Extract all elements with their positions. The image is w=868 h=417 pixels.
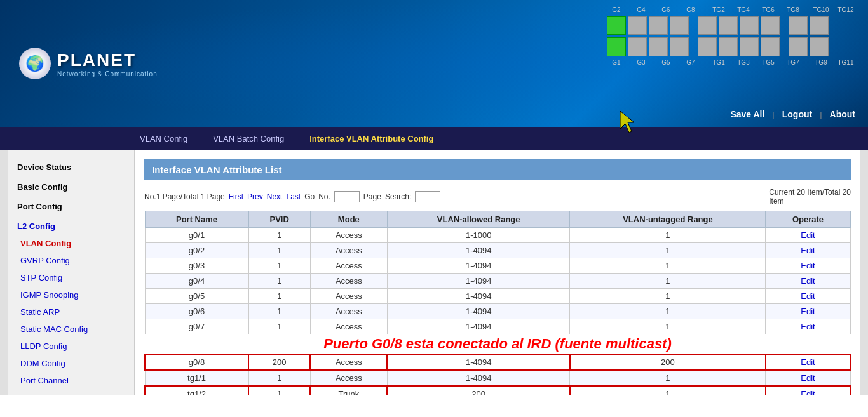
sidebar-item-port-channel[interactable]: Port Channel xyxy=(8,372,134,389)
port-TG10[interactable] xyxy=(789,16,808,35)
cell-port-name: tg1/1 xyxy=(145,370,248,386)
cell-pvid: 1 xyxy=(248,289,310,304)
sidebar-item-static-arp[interactable]: Static ARP xyxy=(8,303,134,321)
sidebar-item-stp-config[interactable]: STP Config xyxy=(8,269,134,286)
sidebar-item-port-config[interactable]: Port Config xyxy=(8,195,134,215)
cell-vlan-allowed: 1-4094 xyxy=(387,319,570,334)
search-input[interactable] xyxy=(415,191,440,202)
port-TG3[interactable] xyxy=(719,37,738,56)
cell-operate: Edit xyxy=(766,319,850,334)
col-mode: Mode xyxy=(310,211,387,228)
cell-operate: Edit xyxy=(766,386,850,395)
next-page-link[interactable]: Next xyxy=(267,192,283,201)
port-G4[interactable] xyxy=(628,16,647,35)
page-number-input[interactable] xyxy=(334,191,360,202)
cell-vlan-allowed: 1-4094 xyxy=(387,243,570,258)
col-vlan-untagged: VLAN-untagged Range xyxy=(570,211,766,228)
annotation-ird-text: Puerto G0/8 esta conectado al IRD (fuent… xyxy=(323,336,672,352)
edit-link[interactable]: Edit xyxy=(801,246,815,255)
port-TG8[interactable] xyxy=(761,16,780,35)
last-page-link[interactable]: Last xyxy=(286,192,301,201)
port-G6[interactable] xyxy=(649,16,668,35)
edit-link[interactable]: Edit xyxy=(801,389,815,395)
port-G2[interactable] xyxy=(607,16,626,35)
port-TG4[interactable] xyxy=(719,16,738,35)
edit-link[interactable]: Edit xyxy=(801,261,815,270)
port-TG12[interactable] xyxy=(810,16,829,35)
sidebar-scrollbar-left[interactable] xyxy=(0,150,8,395)
cell-pvid: 200 xyxy=(248,354,310,370)
cell-port-name: tg1/2 xyxy=(145,386,248,395)
port-G7[interactable] xyxy=(670,37,689,56)
table-row: g0/11Access1-10001Edit xyxy=(145,228,850,243)
edit-link[interactable]: Edit xyxy=(801,373,815,383)
cell-pvid: 1 xyxy=(248,304,310,319)
nav-interface-vlan-attribute-config[interactable]: Interface VLAN Attribute Config xyxy=(297,129,446,149)
sidebar-item-vlan-config[interactable]: VLAN Config xyxy=(8,235,134,252)
port-TG1[interactable] xyxy=(698,37,717,56)
cell-pvid: 1 xyxy=(248,386,310,395)
logo-icon: 🌍 xyxy=(19,48,51,79)
col-operate: Operate xyxy=(766,211,850,228)
edit-link[interactable]: Edit xyxy=(801,322,815,331)
port-TG7[interactable] xyxy=(761,37,780,56)
first-page-link[interactable]: First xyxy=(229,192,243,201)
sidebar-item-ddm-config[interactable]: DDM Config xyxy=(8,355,134,372)
page-label: Page xyxy=(363,192,381,201)
port-bottom-labels: G1 G3 G5 G7 TG1 TG3 TG5 TG7 TG9 TG11 xyxy=(607,59,855,66)
cell-vlan-allowed: 200 xyxy=(387,386,570,395)
go-label: Go xyxy=(304,192,315,201)
sidebar-item-igmp-snooping[interactable]: IGMP Snooping xyxy=(8,286,134,303)
table-row: g0/31Access1-40941Edit xyxy=(145,258,850,274)
prev-page-link[interactable]: Prev xyxy=(247,192,263,201)
port-TG6[interactable] xyxy=(740,16,759,35)
section-title: Interface VLAN Attribute List xyxy=(144,159,851,180)
port-G8[interactable] xyxy=(670,16,689,35)
cell-vlan-allowed: 1-4094 xyxy=(387,289,570,304)
cell-pvid: 1 xyxy=(248,319,310,334)
logo-planet-text: PLANET xyxy=(57,50,158,70)
port-bottom-row[interactable] xyxy=(607,37,855,56)
edit-link[interactable]: Edit xyxy=(801,291,815,301)
about-link[interactable]: About xyxy=(830,109,855,119)
port-top-row[interactable] xyxy=(607,16,855,35)
sidebar-item-lldp-config[interactable]: LLDP Config xyxy=(8,338,134,355)
edit-link[interactable]: Edit xyxy=(801,307,815,316)
cell-vlan-allowed: 1-4094 xyxy=(387,258,570,274)
cell-mode: Access xyxy=(310,243,387,258)
sidebar-item-static-mac-config[interactable]: Static MAC Config xyxy=(8,321,134,338)
pagination-info: No.1 Page/Total 1 Page xyxy=(144,192,225,201)
port-G1[interactable] xyxy=(607,37,626,56)
logout-link[interactable]: Logout xyxy=(782,109,812,119)
port-TG2[interactable] xyxy=(698,16,717,35)
port-TG9[interactable] xyxy=(789,37,808,56)
col-vlan-allowed: VLAN-allowed Range xyxy=(387,211,570,228)
table-row: g0/51Access1-40941Edit xyxy=(145,289,850,304)
sidebar-item-gvrp-config[interactable]: GVRP Config xyxy=(8,252,134,269)
sidebar-item-basic-config[interactable]: Basic Config xyxy=(8,176,134,195)
port-TG11[interactable] xyxy=(810,37,829,56)
nav-vlan-batch-config[interactable]: VLAN Batch Config xyxy=(200,129,297,149)
cell-mode: Access xyxy=(310,258,387,274)
search-label: Search: xyxy=(385,192,411,201)
port-TG5[interactable] xyxy=(740,37,759,56)
table-row: tg1/11Access1-40941Edit xyxy=(145,370,850,386)
sidebar-item-l2-config[interactable]: L2 Config xyxy=(8,215,134,235)
port-G3[interactable] xyxy=(628,37,647,56)
cell-vlan-allowed: 1-1000 xyxy=(387,228,570,243)
sidebar: Device Status Basic Config Port Config L… xyxy=(8,150,135,395)
edit-link[interactable]: Edit xyxy=(801,276,815,286)
main-scrollbar-right[interactable] xyxy=(860,150,868,395)
cell-pvid: 1 xyxy=(248,243,310,258)
nav-vlan-config[interactable]: VLAN Config xyxy=(127,129,200,149)
table-row: g0/41Access1-40941Edit xyxy=(145,274,850,289)
cell-mode: Access xyxy=(310,289,387,304)
sidebar-item-device-status[interactable]: Device Status xyxy=(8,156,134,176)
edit-link[interactable]: Edit xyxy=(801,357,815,367)
cell-vlan-untagged: 1 xyxy=(570,274,766,289)
cell-operate: Edit xyxy=(766,370,850,386)
port-G5[interactable] xyxy=(649,37,668,56)
edit-link[interactable]: Edit xyxy=(801,230,815,240)
cell-mode: Access xyxy=(310,274,387,289)
save-all-link[interactable]: Save All xyxy=(730,109,764,119)
